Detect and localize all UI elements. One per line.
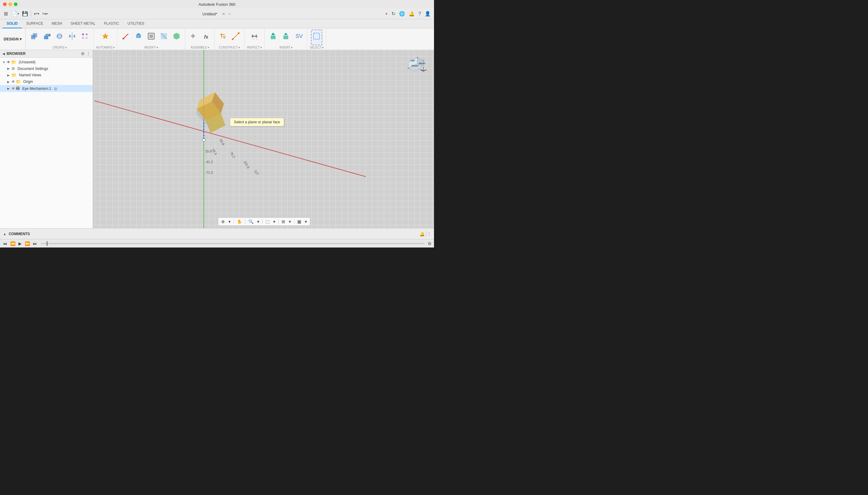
help-button[interactable]: ? bbox=[417, 10, 422, 17]
construct-dropdown-icon[interactable]: ▾ bbox=[239, 46, 240, 49]
svg-line-65 bbox=[423, 70, 426, 71]
automate-dropdown-icon[interactable]: ▾ bbox=[113, 46, 115, 49]
create-new-component-button[interactable] bbox=[28, 30, 40, 45]
select-section-label[interactable]: SELECT ▾ bbox=[310, 46, 324, 49]
timeline-marker[interactable] bbox=[47, 241, 47, 246]
add-tab-button[interactable]: + bbox=[384, 10, 389, 17]
timeline-play-button[interactable]: ▶ bbox=[18, 241, 22, 246]
svg-marker-34 bbox=[284, 33, 288, 35]
target-icon: ◎ bbox=[54, 86, 57, 91]
modify3-button[interactable] bbox=[145, 30, 157, 45]
timeline-prev-button[interactable]: ⏪ bbox=[10, 241, 16, 246]
create-section-label[interactable]: CREATE ▾ bbox=[52, 46, 67, 49]
more-dropdown-button[interactable]: ▾ bbox=[304, 219, 308, 225]
tab-surface[interactable]: SURFACE bbox=[22, 19, 48, 28]
browser-item-unsaved[interactable]: ▼ 👁 📁 (Unsaved) bbox=[0, 59, 93, 65]
pattern-button[interactable] bbox=[79, 30, 91, 45]
modify4-button[interactable] bbox=[158, 30, 170, 45]
automate-section-label[interactable]: AUTOMATE ▾ bbox=[96, 46, 115, 49]
grid-settings-button[interactable]: ⊞ bbox=[280, 219, 286, 225]
move-button[interactable]: ✛ bbox=[188, 30, 200, 45]
insert1-button[interactable] bbox=[267, 30, 279, 45]
select-dropdown-icon[interactable]: ▾ bbox=[322, 46, 324, 49]
revolve-button[interactable] bbox=[53, 30, 65, 45]
browser-item-document-settings[interactable]: ▶ ⚙ Document Settings bbox=[0, 65, 93, 72]
comments-resize-button[interactable]: ⋮ bbox=[427, 232, 431, 236]
svg-point-6 bbox=[57, 35, 62, 37]
tab-mesh[interactable]: MESH bbox=[47, 19, 66, 28]
timeline-settings-button[interactable]: ⚙ bbox=[428, 241, 431, 246]
insert3-button[interactable]: SVG bbox=[292, 30, 305, 45]
maximize-button[interactable] bbox=[14, 2, 17, 6]
modify5-button[interactable] bbox=[170, 30, 183, 45]
display-mode-button[interactable]: ⬚ bbox=[264, 219, 271, 225]
insert2-button[interactable] bbox=[280, 30, 292, 45]
display-dropdown-button[interactable]: ▾ bbox=[272, 219, 276, 225]
automate-button[interactable] bbox=[99, 30, 111, 45]
select-button[interactable] bbox=[311, 30, 322, 45]
construct-section-label[interactable]: CONSTRUCT ▾ bbox=[219, 46, 240, 49]
browser-item-origin[interactable]: ▶ 👁 📁 Origin bbox=[0, 79, 93, 85]
modify2-button[interactable] bbox=[132, 30, 145, 45]
browser-collapse-button[interactable]: ◀ bbox=[2, 52, 5, 56]
inspect1-button[interactable]: ← → bbox=[248, 30, 260, 45]
grid-button[interactable]: ⊞ bbox=[2, 10, 9, 17]
viewport[interactable]: 50.8 29.4 76.2 101.6 127 20.8 -41.2 -71.… bbox=[94, 50, 434, 228]
browser-settings-button[interactable]: ⚙ bbox=[81, 51, 85, 56]
save-button[interactable]: 💾 bbox=[20, 10, 30, 17]
svg-rect-31 bbox=[271, 36, 276, 39]
zoom-dropdown-button[interactable]: ▾ bbox=[256, 219, 260, 225]
browser-item-named-views[interactable]: ▶ 📁 Named Views bbox=[0, 72, 93, 79]
revolve-icon bbox=[55, 32, 64, 42]
more-settings-button[interactable]: ▦ bbox=[296, 219, 302, 225]
design-menu-button[interactable]: DESIGN ▾ bbox=[0, 28, 26, 50]
modify1-button[interactable] bbox=[120, 30, 132, 45]
viewcube[interactable]: FRONT TOP RIGHT bbox=[404, 53, 428, 77]
notification-button[interactable]: 🔔 bbox=[408, 10, 415, 17]
ribbon-section-create: CREATE ▾ bbox=[26, 28, 94, 50]
file-menu-button[interactable]: 📄▾ bbox=[9, 10, 20, 18]
construct1-button[interactable] bbox=[217, 30, 229, 45]
tab-solid[interactable]: SOLID bbox=[2, 19, 22, 28]
construct2-button[interactable] bbox=[230, 30, 242, 45]
inspect-dropdown-icon[interactable]: ▾ bbox=[260, 46, 262, 49]
insert-dropdown-icon[interactable]: ▾ bbox=[291, 46, 292, 49]
extrude-button[interactable] bbox=[41, 30, 53, 45]
fx-button[interactable]: fx bbox=[200, 30, 212, 45]
tab-plastic[interactable]: PLASTIC bbox=[100, 19, 123, 28]
browser-resize-button[interactable]: ⋮ bbox=[87, 52, 90, 56]
undo-button[interactable]: ↩▾ bbox=[32, 10, 41, 17]
comments-expand-button[interactable]: ▲ bbox=[3, 232, 6, 236]
insert-section-label[interactable]: INSERT ▾ bbox=[279, 46, 293, 49]
mirror-button[interactable] bbox=[66, 30, 78, 45]
create-dropdown-icon[interactable]: ▾ bbox=[65, 46, 67, 49]
modify-section-label[interactable]: MODIFY ▾ bbox=[144, 46, 158, 49]
app-title: Autodesk Fusion 360 bbox=[199, 2, 235, 7]
comments-notification-button[interactable]: 🔔 bbox=[420, 232, 425, 236]
vp-divider-3 bbox=[262, 219, 263, 224]
orbit-dropdown-button[interactable]: ▾ bbox=[227, 219, 232, 225]
web-button[interactable]: 🌐 bbox=[398, 10, 406, 17]
refresh-button[interactable]: ↻ bbox=[391, 10, 396, 17]
inspect-section-label[interactable]: INSPECT ▾ bbox=[247, 46, 262, 49]
toolbar-top: ⊞ 📄▾ 💾 ↩▾ ↪▾ Untitled* ✕ + + ↻ 🌐 🔔 ? 👤 bbox=[0, 8, 434, 19]
timeline-first-button[interactable]: ⏮ bbox=[2, 241, 8, 246]
tab-sheet-metal[interactable]: SHEET METAL bbox=[66, 19, 100, 28]
minimize-button[interactable] bbox=[9, 2, 12, 6]
zoom-button[interactable]: 🔍 bbox=[247, 219, 255, 225]
browser-item-eye-mechanism[interactable]: ▶ 👁 Eye Mechanism:1 ◎ bbox=[0, 85, 93, 92]
assemble-section-label[interactable]: ASSEMBLE ▾ bbox=[191, 46, 209, 49]
timeline-next-button[interactable]: ⏩ bbox=[24, 241, 31, 246]
timeline-track[interactable] bbox=[41, 243, 425, 244]
modify-dropdown-icon[interactable]: ▾ bbox=[157, 46, 158, 49]
svg-text:✛: ✛ bbox=[191, 33, 195, 39]
tab-utilities[interactable]: UTILITIES bbox=[123, 19, 148, 28]
assemble-dropdown-icon[interactable]: ▾ bbox=[208, 46, 209, 49]
account-button[interactable]: 👤 bbox=[424, 10, 431, 17]
orbit-button[interactable]: ⊕ bbox=[220, 219, 226, 225]
close-button[interactable] bbox=[3, 2, 7, 6]
grid-dropdown-button[interactable]: ▾ bbox=[288, 219, 292, 225]
pan-button[interactable]: ✋ bbox=[236, 219, 243, 225]
timeline-last-button[interactable]: ⏭ bbox=[32, 241, 38, 246]
redo-button[interactable]: ↪▾ bbox=[41, 10, 49, 17]
